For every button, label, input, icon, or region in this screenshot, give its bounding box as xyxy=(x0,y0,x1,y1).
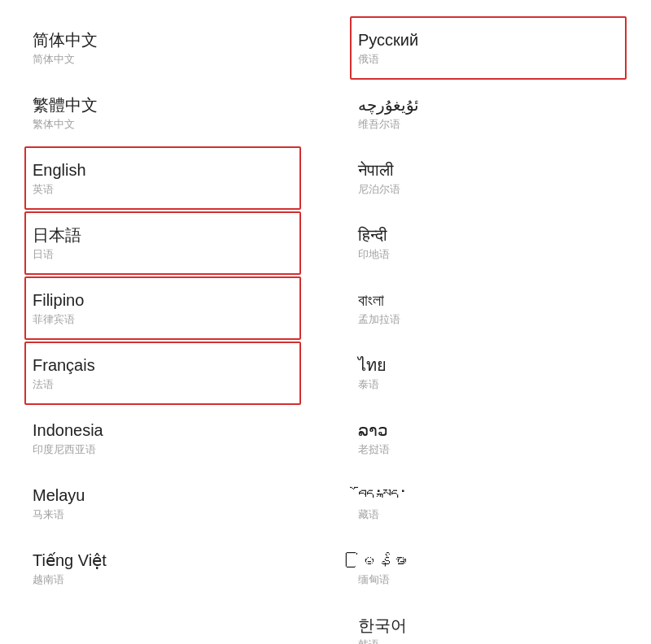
lang-sub: 印度尼西亚语 xyxy=(33,442,293,457)
lang-name: 한국어 xyxy=(358,615,618,636)
lang-sub: 尼泊尔语 xyxy=(358,182,618,197)
lang-sub: 韩语 xyxy=(358,637,618,644)
lang-sub: 泰语 xyxy=(358,377,618,392)
lang-sub: 印地语 xyxy=(358,247,618,262)
lang-name: བོད་སྐད་ xyxy=(358,485,618,506)
lang-name: Français xyxy=(33,355,293,376)
lang-sub: 藏语 xyxy=(358,507,618,522)
lang-sub: 马来语 xyxy=(33,507,293,522)
lang-name: ئۇيغۇرچە xyxy=(358,94,618,115)
lang-sub: 法语 xyxy=(33,377,293,392)
language-item-right-6[interactable]: ລາວ老挝语 xyxy=(350,407,627,470)
lang-name: Indonesia xyxy=(33,420,293,441)
lang-name: Русский xyxy=(358,29,618,50)
lang-sub: 维吾尔语 xyxy=(358,117,618,132)
left-column: 简体中文简体中文繁體中文繁体中文English英语日本語日语Filipino菲律… xyxy=(24,16,309,644)
lang-sub: 英语 xyxy=(33,182,293,197)
lang-name: 繁體中文 xyxy=(33,94,293,115)
language-item-left-2[interactable]: English英语 xyxy=(24,146,301,210)
language-item-right-2[interactable]: नेपाली尼泊尔语 xyxy=(350,146,627,210)
right-column: Русский俄语ئۇيغۇرچە维吾尔语नेपाली尼泊尔语हिन्दी印地语… xyxy=(342,16,627,644)
lang-sub: 繁体中文 xyxy=(33,117,293,132)
lang-sub: 菲律宾语 xyxy=(33,312,293,327)
lang-sub: 越南语 xyxy=(33,572,293,587)
lang-name: Tiếng Việt xyxy=(33,550,293,571)
lang-name: ไทย xyxy=(358,355,618,376)
language-item-right-5[interactable]: ไทย泰语 xyxy=(350,342,627,405)
lang-name: বাংলা xyxy=(358,289,618,311)
language-item-right-1[interactable]: ئۇيغۇرچە维吾尔语 xyxy=(350,81,627,145)
lang-name: English xyxy=(33,159,293,181)
lang-name: हिन्दी xyxy=(358,224,618,246)
language-item-right-8[interactable]: မြန်မာ缅甸语 xyxy=(350,537,627,600)
lang-sub: 老挝语 xyxy=(358,442,618,457)
language-item-left-5[interactable]: Français法语 xyxy=(24,342,301,405)
lang-sub: 日语 xyxy=(33,247,293,262)
language-item-left-1[interactable]: 繁體中文繁体中文 xyxy=(24,81,301,145)
lang-name: မြန်မာ xyxy=(358,550,618,571)
language-item-left-7[interactable]: Melayu马来语 xyxy=(24,472,301,535)
language-item-left-0[interactable]: 简体中文简体中文 xyxy=(24,16,301,80)
language-item-left-8[interactable]: Tiếng Việt越南语 xyxy=(24,537,301,600)
lang-name: 简体中文 xyxy=(33,29,293,50)
language-item-left-3[interactable]: 日本語日语 xyxy=(24,211,301,275)
lang-name: 日本語 xyxy=(33,224,293,246)
language-item-right-4[interactable]: বাংলা孟加拉语 xyxy=(350,276,627,340)
lang-sub: 俄语 xyxy=(358,52,618,67)
language-item-right-0[interactable]: Русский俄语 xyxy=(350,16,627,80)
lang-sub: 孟加拉语 xyxy=(358,312,618,327)
lang-name: Filipino xyxy=(33,289,293,311)
language-item-left-6[interactable]: Indonesia印度尼西亚语 xyxy=(24,407,301,470)
language-item-right-9[interactable]: 한국어韩语 xyxy=(350,602,627,644)
language-item-right-3[interactable]: हिन्दी印地语 xyxy=(350,211,627,275)
language-item-right-7[interactable]: བོད་སྐད་藏语 xyxy=(350,472,627,535)
language-item-left-4[interactable]: Filipino菲律宾语 xyxy=(24,276,301,340)
lang-name: नेपाली xyxy=(358,159,618,181)
lang-name: Melayu xyxy=(33,485,293,506)
lang-name: ລາວ xyxy=(358,420,618,441)
lang-sub: 简体中文 xyxy=(33,52,293,67)
language-grid: 简体中文简体中文繁體中文繁体中文English英语日本語日语Filipino菲律… xyxy=(24,16,627,644)
lang-sub: 缅甸语 xyxy=(358,572,618,587)
